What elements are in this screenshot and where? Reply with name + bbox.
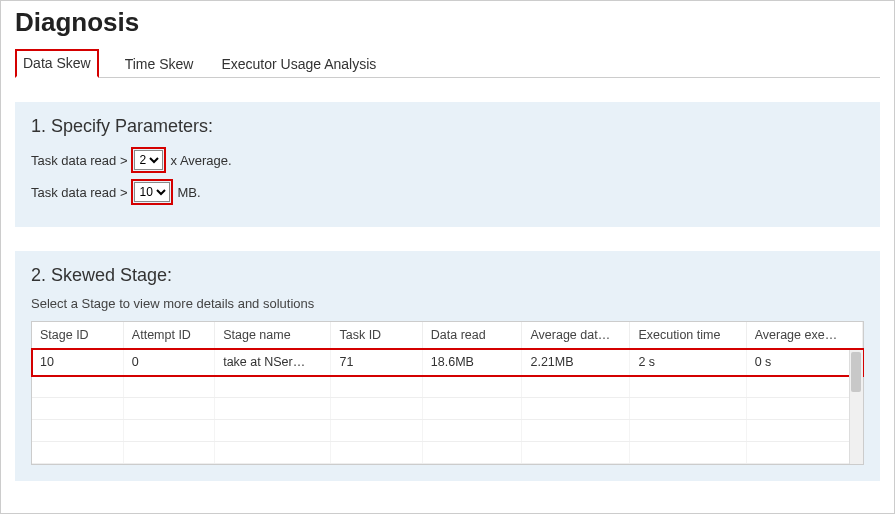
param1-prefix: Task data read > [31,153,127,168]
section2-heading: 2. Skewed Stage: [31,265,864,286]
param2-suffix: MB. [177,185,200,200]
col-attempt-id[interactable]: Attempt ID [123,322,214,349]
section1-heading: 1. Specify Parameters: [31,116,864,137]
cell-avg-exec: 0 s [746,349,862,376]
cell-data-read: 18.6MB [422,349,522,376]
param1-suffix: x Average. [170,153,231,168]
tab-executor-usage[interactable]: Executor Usage Analysis [219,51,378,78]
col-stage-id[interactable]: Stage ID [32,322,123,349]
tab-bar: Data Skew Time Skew Executor Usage Analy… [15,48,880,78]
table-row-empty [32,398,863,420]
cell-task-id: 71 [331,349,422,376]
multiplier-select[interactable]: 2 [134,150,163,170]
col-avg-exec[interactable]: Average exe… [746,322,862,349]
specify-parameters-panel: 1. Specify Parameters: Task data read > … [15,102,880,227]
skewed-stage-panel: 2. Skewed Stage: Select a Stage to view … [15,251,880,481]
param2-select-highlight: 10 [131,179,173,205]
section2-subtext: Select a Stage to view more details and … [31,296,864,311]
param-row-multiplier: Task data read > 2 x Average. [31,147,864,173]
table-row-empty [32,420,863,442]
tab-data-skew[interactable]: Data Skew [15,49,99,78]
cell-stage-name: take at NSer… [215,349,331,376]
col-data-read[interactable]: Data read [422,322,522,349]
cell-stage-id: 10 [32,349,123,376]
table-row-empty [32,442,863,464]
param1-select-highlight: 2 [131,147,166,173]
col-task-id[interactable]: Task ID [331,322,422,349]
col-stage-name[interactable]: Stage name [215,322,331,349]
param2-prefix: Task data read > [31,185,127,200]
table-header-row: Stage ID Attempt ID Stage name Task ID D… [32,322,863,349]
table-scrollbar-thumb[interactable] [851,352,861,392]
diagnosis-page: Diagnosis Data Skew Time Skew Executor U… [0,0,895,514]
skewed-stage-table-wrap: Stage ID Attempt ID Stage name Task ID D… [31,321,864,465]
col-exec-time[interactable]: Execution time [630,322,746,349]
skewed-stage-table: Stage ID Attempt ID Stage name Task ID D… [32,322,863,464]
table-row[interactable]: 10 0 take at NSer… 71 18.6MB 2.21MB 2 s … [32,349,863,376]
cell-attempt-id: 0 [123,349,214,376]
cell-exec-time: 2 s [630,349,746,376]
threshold-select[interactable]: 10 [134,182,170,202]
col-avg-data[interactable]: Average dat… [522,322,630,349]
table-row-empty [32,376,863,398]
param-row-threshold: Task data read > 10 MB. [31,179,864,205]
page-title: Diagnosis [15,7,880,38]
cell-avg-data: 2.21MB [522,349,630,376]
tab-time-skew[interactable]: Time Skew [123,51,196,78]
